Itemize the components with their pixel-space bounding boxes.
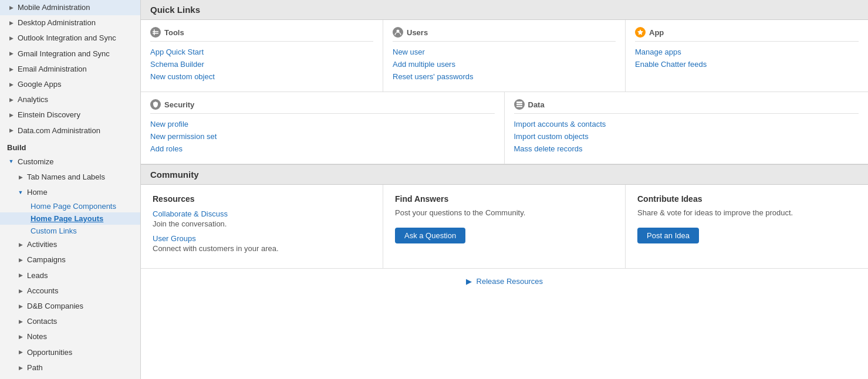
contribute-ideas-heading: Contribute Ideas	[637, 194, 856, 204]
contribute-ideas-description: Share & vote for ideas to improve the pr…	[637, 208, 856, 217]
mass-delete-link[interactable]: Mass delete records	[514, 144, 859, 153]
sidebar-item-customize[interactable]: Customize	[0, 154, 140, 170]
sidebar-item-custom-links[interactable]: Custom Links	[0, 225, 140, 237]
arrow-down-icon	[7, 158, 15, 166]
new-permission-set-link[interactable]: New permission set	[150, 132, 495, 141]
arrow-right-icon	[16, 333, 25, 341]
new-user-link[interactable]: New user	[393, 48, 616, 56]
user-groups-link[interactable]: User Groups	[153, 234, 196, 243]
sidebar-item-analytics[interactable]: Analytics	[0, 92, 140, 107]
sidebar-item-datacom[interactable]: Data.com Administration	[0, 123, 140, 138]
arrow-right-icon	[16, 287, 25, 295]
sidebar-label: Outlook Integration and Sync	[18, 33, 116, 43]
reset-passwords-link[interactable]: Reset users' passwords	[393, 72, 616, 81]
sidebar-item-activities[interactable]: Activities	[0, 237, 140, 252]
sidebar-item-email-admin[interactable]: Email Administration	[0, 62, 140, 77]
data-column: Data Import accounts & contacts Import c…	[505, 92, 869, 164]
sidebar-item-path[interactable]: Path	[0, 360, 140, 375]
find-answers-description: Post your questions to the Community.	[395, 208, 613, 217]
arrow-right-icon	[16, 348, 25, 357]
data-header: Data	[514, 99, 859, 114]
sidebar-item-google-apps[interactable]: Google Apps	[0, 77, 140, 92]
sidebar-label: Accounts	[27, 286, 58, 296]
sidebar-label: Activities	[27, 239, 57, 250]
security-column: Security New profile New permission set …	[141, 92, 505, 164]
add-roles-link[interactable]: Add roles	[150, 144, 495, 153]
main-content: Quick Links Tools App Quick Start Schema…	[141, 0, 868, 379]
svg-rect-4	[516, 101, 522, 103]
import-custom-objects-link[interactable]: Import custom objects	[514, 132, 859, 141]
users-label: Users	[407, 28, 428, 37]
sidebar-item-home-page-components[interactable]: Home Page Components	[0, 200, 140, 212]
arrow-right-icon	[16, 173, 25, 181]
svg-rect-2	[154, 29, 155, 35]
add-multiple-users-link[interactable]: Add multiple users	[393, 60, 616, 69]
sidebar-item-notes[interactable]: Notes	[0, 329, 140, 344]
tools-label: Tools	[164, 28, 184, 37]
sidebar-item-leads[interactable]: Leads	[0, 268, 140, 283]
find-answers-heading: Find Answers	[395, 194, 613, 204]
release-resources-section: ▶ Release Resources	[141, 269, 868, 294]
tools-icon	[150, 27, 161, 38]
app-label: App	[649, 28, 664, 37]
tools-header: Tools	[150, 27, 373, 42]
app-icon	[635, 27, 646, 38]
app-quick-start-link[interactable]: App Quick Start	[150, 48, 373, 56]
sidebar-item-tab-names[interactable]: Tab Names and Labels	[0, 170, 140, 185]
data-icon	[514, 99, 525, 110]
arrow-right-icon	[16, 364, 25, 372]
schema-builder-link[interactable]: Schema Builder	[150, 60, 373, 69]
arrow-right-icon	[16, 256, 25, 265]
sidebar-item-mobile-admin[interactable]: Mobile Administration	[0, 0, 140, 15]
sidebar-label: Contacts	[27, 316, 57, 327]
sidebar-label: Customize	[18, 157, 53, 167]
sidebar-item-home[interactable]: Home	[0, 185, 140, 200]
new-custom-object-link[interactable]: New custom object	[150, 72, 373, 81]
users-icon	[393, 27, 403, 38]
manage-apps-link[interactable]: Manage apps	[635, 48, 859, 56]
svg-rect-6	[516, 106, 522, 107]
quick-links-header: Quick Links	[141, 0, 868, 20]
sidebar-item-outlook[interactable]: Outlook Integration and Sync	[0, 31, 140, 46]
data-label: Data	[528, 100, 545, 109]
import-accounts-link[interactable]: Import accounts & contacts	[514, 120, 859, 128]
sidebar-item-gmail[interactable]: Gmail Integration and Sync	[0, 46, 140, 62]
sidebar-label: Leads	[27, 270, 48, 281]
sidebar-item-home-page-layouts[interactable]: Home Page Layouts	[0, 212, 140, 225]
sidebar-item-desktop-admin[interactable]: Desktop Administration	[0, 15, 140, 31]
svg-rect-0	[153, 31, 158, 32]
build-section-label: Build	[0, 138, 140, 154]
security-icon	[150, 99, 161, 110]
sidebar-label: Desktop Administration	[18, 18, 96, 28]
sidebar-item-contacts[interactable]: Contacts	[0, 314, 140, 329]
sidebar-item-accounts[interactable]: Accounts	[0, 283, 140, 299]
sidebar-item-einstein[interactable]: Einstein Discovery	[0, 107, 140, 123]
arrow-right-icon	[16, 302, 25, 310]
arrow-right-icon	[7, 19, 15, 27]
users-column: Users New user Add multiple users Reset …	[383, 20, 626, 92]
sidebar-item-campaigns[interactable]: Campaigns	[0, 252, 140, 268]
arrow-right-icon	[7, 127, 15, 135]
resources-column: Resources Collaborate & Discuss Join the…	[141, 185, 383, 268]
collaborate-discuss-link[interactable]: Collaborate & Discuss	[153, 209, 228, 218]
release-resources-link[interactable]: ▶ Release Resources	[466, 277, 543, 286]
sidebar-label: Data.com Administration	[18, 126, 100, 136]
sidebar-label: Path	[27, 363, 43, 373]
collaborate-description: Join the conversation.	[153, 219, 371, 228]
sidebar-item-quotes[interactable]: Quotes	[0, 375, 140, 379]
arrow-right-icon	[16, 272, 25, 280]
sidebar-item-dnb[interactable]: D&B Companies	[0, 299, 140, 314]
post-idea-button[interactable]: Post an Idea	[637, 228, 699, 243]
new-profile-link[interactable]: New profile	[150, 120, 495, 128]
enable-chatter-link[interactable]: Enable Chatter feeds	[635, 60, 859, 69]
sidebar-label: Gmail Integration and Sync	[18, 49, 110, 59]
ask-question-button[interactable]: Ask a Question	[395, 228, 465, 243]
sidebar-item-opportunities[interactable]: Opportunities	[0, 345, 140, 360]
arrow-right-icon	[7, 111, 15, 119]
sidebar-label: Einstein Discovery	[18, 110, 80, 120]
sidebar-label: D&B Companies	[27, 301, 83, 312]
sidebar-label: Analytics	[18, 94, 48, 105]
app-header: App	[635, 27, 859, 42]
release-icon: ▶	[466, 277, 472, 286]
sidebar-label: Email Administration	[18, 64, 87, 75]
